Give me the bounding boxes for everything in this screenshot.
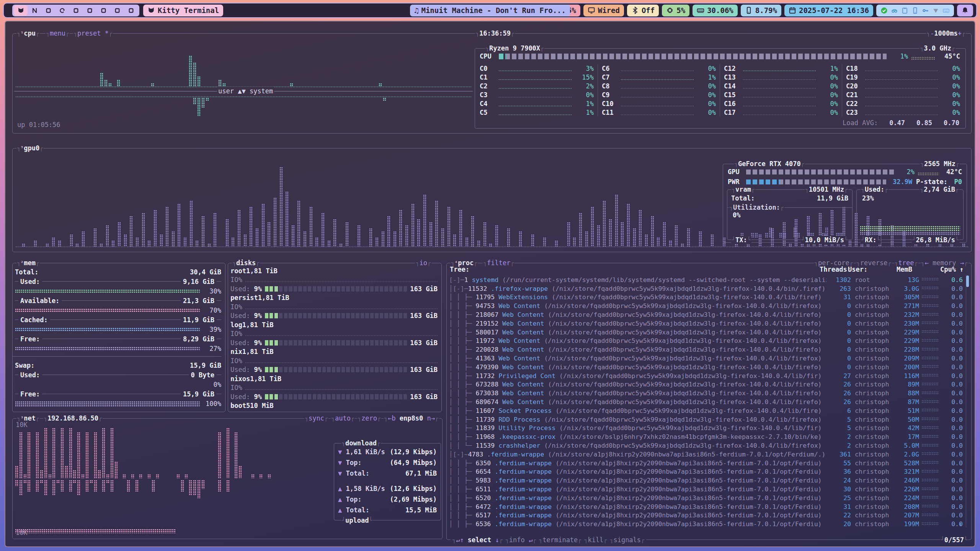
process-threads: 0 xyxy=(826,337,851,344)
nvidia-icon[interactable] xyxy=(932,7,939,14)
process-row[interactable]: │ │ └─ 11539 crashhelper (/nix/store/fqa… xyxy=(449,441,963,450)
process-row[interactable]: │ │ ├─ 6511 .ferdium-wrappe (/nix/store/… xyxy=(449,485,963,494)
iface-prev[interactable]: ←b xyxy=(388,414,400,422)
info-button[interactable]: info ↵ xyxy=(505,536,537,544)
process-name: .ferdium-wrappe xyxy=(495,477,555,484)
process-row[interactable]: │ │ ├─ 11968 .keepassxc-prox (/nix/store… xyxy=(449,432,963,441)
core-percent: 1% xyxy=(575,100,594,108)
process-row[interactable]: │ │ ├─ 580017 Web Content (/nix/store/fq… xyxy=(449,328,963,337)
process-row[interactable]: │ │ ├─ 11795 WebExtensions (/nix/store/f… xyxy=(449,293,963,302)
process-scrollbar[interactable] xyxy=(966,275,969,527)
music-widget[interactable]: ♫ Minuit Machine - Don't Run Fro... xyxy=(410,5,570,16)
process-row[interactable]: │ │ ├─ 11972 Web Content (/nix/store/fqa… xyxy=(449,337,963,346)
terminate-button[interactable]: terminate xyxy=(538,536,582,544)
process-row[interactable]: │ │ ├─ 11739 RDD Process (/nix/store/fqa… xyxy=(449,415,963,424)
gpu-power: 32.9W xyxy=(886,178,912,186)
process-row[interactable]: │ │ ├─ 6517 .ferdium-wrappe (/nix/store/… xyxy=(449,511,963,520)
memory-indicator[interactable]: 30.06% xyxy=(693,5,738,16)
process-row[interactable]: │ │ ├─ 11607 Socket Process (/nix/store/… xyxy=(449,406,963,415)
process-row[interactable]: │[-]~4783 .ferdium-wrappe (/nix/store/a1… xyxy=(449,450,963,459)
process-row[interactable]: │ │ ├─ 11839 Utility Process (/nix/store… xyxy=(449,424,963,433)
process-row[interactable]: │ │ ├─ 219152 Web Content (/nix/store/fq… xyxy=(449,319,963,328)
graph-column xyxy=(65,466,68,478)
disk-used-percent: 9% xyxy=(254,285,261,293)
process-row[interactable]: │ │ ├─ 6654 .ferdium-wrappe (/nix/store/… xyxy=(449,468,963,476)
window-title-chip[interactable]: Kitty Terminal xyxy=(143,5,223,16)
signals-button[interactable]: signals xyxy=(609,536,645,544)
graph-column xyxy=(23,480,27,483)
process-row[interactable]: │ │ ├─ 479390 Web Content (/nix/store/fq… xyxy=(449,363,963,372)
bluetooth-indicator[interactable]: Off xyxy=(627,5,659,16)
process-row[interactable]: │ │ ├─ 5983 .ferdium-wrappe (/nix/store/… xyxy=(449,476,963,485)
disk-used-percent: 9% xyxy=(254,312,261,320)
kill-button[interactable]: kill xyxy=(583,536,608,544)
process-threads: 5 xyxy=(826,424,851,432)
workspace-2[interactable] xyxy=(28,5,41,16)
sort-direction-icon[interactable]: ↑ xyxy=(956,266,964,273)
process-row[interactable]: │[-]─11532 .firefox-wrappe (/nix/store/f… xyxy=(449,284,963,293)
process-row[interactable]: │ │ ├─ 6472 .ferdium-wrappe (/nix/store/… xyxy=(449,502,963,511)
process-row[interactable]: │ │ ├─ 218067 Web Content (/nix/store/fq… xyxy=(449,310,963,319)
check-icon[interactable] xyxy=(880,7,888,14)
preset-button[interactable]: preset * xyxy=(73,29,113,37)
process-threads: 0 xyxy=(826,364,851,371)
disks-io-toggle[interactable]: io xyxy=(415,259,431,267)
graph-column xyxy=(151,83,154,86)
process-row[interactable]: │ │ ├─ 6520 .ferdium-wrappe (/nix/store/… xyxy=(449,494,963,502)
update-interval-control[interactable]: -1000ms+ xyxy=(926,29,966,37)
key-icon[interactable] xyxy=(922,7,929,14)
user-column-header[interactable]: User: xyxy=(844,266,887,273)
process-cmd: (/nix/store/fqadd0bprwc5yw5k99xajbdqd1dz… xyxy=(548,381,822,388)
cpu-panel-title[interactable]: ¹cpu xyxy=(16,29,40,37)
process-row[interactable]: │ │ ├─ 94753 Web Content (/nix/store/fqa… xyxy=(449,302,963,310)
workspace-6[interactable] xyxy=(83,5,96,16)
system-tray[interactable] xyxy=(876,5,954,16)
rx-graph-green xyxy=(860,226,960,231)
goggles-icon[interactable] xyxy=(891,7,898,14)
select-button[interactable]: ↵↑ select ↓ xyxy=(452,536,503,544)
zero-toggle[interactable]: zero xyxy=(357,414,381,422)
notifications-button[interactable] xyxy=(957,5,973,16)
phone-icon[interactable] xyxy=(911,7,919,14)
phone-glyph xyxy=(911,7,919,14)
network-indicator[interactable]: Wired xyxy=(583,5,624,16)
workspace-3[interactable] xyxy=(41,5,55,16)
memory-column-header[interactable]: MemB xyxy=(887,266,912,273)
workspace-1[interactable] xyxy=(14,5,28,16)
cpu-column-header[interactable]: Cpu% xyxy=(934,266,956,273)
tree-column-header[interactable]: Tree: xyxy=(450,266,820,273)
process-table-header: Tree: Threads: User: MemB Cpu% ↑ xyxy=(450,266,964,273)
memory-panel-title[interactable]: ²mem xyxy=(16,259,40,267)
menu-button[interactable]: menu xyxy=(46,29,70,37)
process-list[interactable]: [-]─1 systemd (/run/current-system/syste… xyxy=(449,276,963,528)
interface-selector[interactable]: ←b enp8s0 n→ xyxy=(384,414,439,422)
process-row[interactable]: │ │ ├─ 673038 Web Content (/nix/store/fq… xyxy=(449,389,963,398)
process-row[interactable]: [-]─1 systemd (/run/current-system/syste… xyxy=(449,276,963,284)
clipboard-icon[interactable] xyxy=(901,7,908,14)
workspace-9[interactable] xyxy=(124,5,138,16)
graph-column xyxy=(268,474,271,478)
process-row[interactable]: │ │ ├─ 11732 Privileged Cont (/nix/store… xyxy=(449,372,963,380)
cpu-indicator[interactable]: 5% xyxy=(662,5,689,16)
process-row[interactable]: │ │ ├─ 673288 Web Content (/nix/store/fq… xyxy=(449,380,963,389)
process-row[interactable]: │ │ ├─ 689674 Web Content (/nix/store/fq… xyxy=(449,398,963,406)
process-threads: 1302 xyxy=(826,276,851,284)
disks-panel-title[interactable]: disks xyxy=(232,259,260,267)
process-row[interactable]: │ │ ├─ 6350 .ferdium-wrappe (/nix/store/… xyxy=(449,459,963,468)
workspace-4[interactable] xyxy=(55,5,69,16)
process-cmd: (/nix/store/fqadd0bprwc5yw5k99xajbdqd1dz… xyxy=(552,285,825,292)
clock-indicator[interactable]: 2025-07-22 16:36 xyxy=(784,5,873,16)
process-row[interactable]: │ │ ├─ 6536 .ferdium-wrappe (/nix/store/… xyxy=(449,520,963,528)
core-row-C11: C110% xyxy=(602,108,716,117)
process-row[interactable]: │ │ ├─ 220028 Web Content (/nix/store/fq… xyxy=(449,345,963,354)
threads-column-header[interactable]: Threads: xyxy=(820,266,844,273)
workspace-5[interactable] xyxy=(69,5,83,16)
workspace-7[interactable] xyxy=(96,5,110,16)
auto-toggle[interactable]: auto xyxy=(331,414,355,422)
process-row[interactable]: │ │ ├─ 41363 Web Content (/nix/store/fqa… xyxy=(449,354,963,363)
disk-indicator[interactable]: 8.79% xyxy=(741,5,781,16)
workspace-8[interactable] xyxy=(110,5,124,16)
iface-next[interactable]: n→ xyxy=(423,414,435,422)
gpu-panel-title[interactable]: ⁵gpu0 xyxy=(16,144,44,152)
keyboard-icon[interactable] xyxy=(942,7,950,14)
